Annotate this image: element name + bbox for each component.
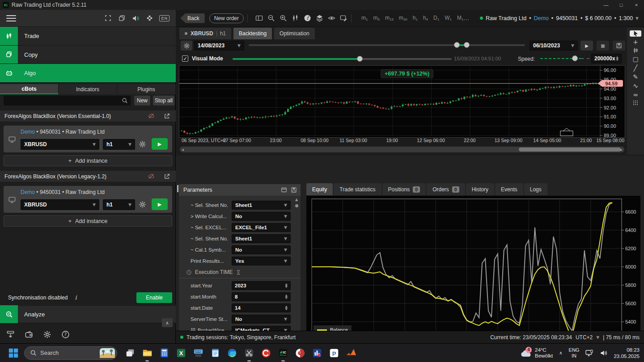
taskbar-app-excel[interactable]: X <box>173 344 190 362</box>
range-handle-end[interactable] <box>464 42 470 48</box>
chart-type-icon[interactable] <box>291 14 299 22</box>
wave-tool[interactable]: ∿ <box>630 82 641 89</box>
more-timeframes-button[interactable]: … <box>463 15 470 21</box>
timeframe-select[interactable]: h1▼ <box>103 139 135 150</box>
cloud-off-icon[interactable] <box>148 113 155 119</box>
timeframe-D1[interactable]: D1 <box>433 15 439 21</box>
stop-backtest-button[interactable]: ■ <box>597 41 609 51</box>
chart-layout-icon[interactable] <box>255 14 263 22</box>
parameter-spin[interactable]: 8▲▼ <box>232 292 291 301</box>
taskbar-app-file-explorer[interactable] <box>139 344 156 362</box>
visual-progress-slider[interactable] <box>233 58 452 60</box>
gear-icon[interactable] <box>139 140 146 148</box>
menu-icon[interactable] <box>6 15 16 21</box>
taskbar-app-snipping-tool[interactable] <box>241 344 258 362</box>
start-button[interactable] <box>7 347 20 359</box>
settings-icon[interactable] <box>43 330 51 339</box>
speed-handle[interactable] <box>572 55 578 61</box>
taskbar-app-edge[interactable] <box>224 344 241 362</box>
trend-line-tool[interactable]: ╱ <box>630 64 641 72</box>
gear-icon[interactable] <box>139 201 146 208</box>
detach-panel-icon[interactable] <box>281 187 287 193</box>
layers-icon[interactable] <box>315 14 323 22</box>
fx-icon[interactable]: f <box>303 14 311 22</box>
taskbar-app-calculator[interactable] <box>156 344 173 362</box>
taskbar-app-notepad[interactable] <box>207 344 224 362</box>
detach-window-icon[interactable] <box>118 14 126 22</box>
tab-history[interactable]: History <box>466 183 494 195</box>
sidebar-item-algo[interactable]: Algo <box>0 64 176 83</box>
tab-logs[interactable]: Logs <box>524 183 547 195</box>
parameters-scrollbar[interactable]: ▲ <box>294 198 299 349</box>
eye-icon[interactable] <box>327 14 335 22</box>
cbot-search-input[interactable] <box>4 96 131 105</box>
pointer-tool[interactable] <box>630 30 641 37</box>
start-cbot-button[interactable]: ▶ <box>152 198 168 210</box>
tab-trade-statistics[interactable]: Trade statistics <box>334 183 381 195</box>
pen-tool[interactable]: ✎ <box>630 73 641 80</box>
parameter-select[interactable]: Yes▼ <box>232 257 291 265</box>
tab-plugins[interactable]: Plugins <box>117 84 176 94</box>
parameter-select[interactable]: EXCEL_File1▼ <box>232 223 291 232</box>
parameter-select[interactable]: No▼ <box>232 212 291 221</box>
tab-optimisation[interactable]: Optimisation <box>274 28 315 39</box>
add-instance-button[interactable]: +Add instance <box>4 155 172 166</box>
parameter-select[interactable]: No▼ <box>232 245 291 254</box>
clock-widget[interactable]: 08:2323.05.2025 <box>614 347 640 359</box>
search-highlight-image[interactable] <box>100 348 115 358</box>
taskbar-app-matlab[interactable] <box>343 344 360 362</box>
shape-tool[interactable]: ▢ <box>630 55 641 63</box>
tab-events[interactable]: Events <box>495 183 523 195</box>
speed-spinner[interactable]: 200000x ▲▼ <box>591 54 622 63</box>
taskbar-app-icmarkets[interactable]: ICMarkets <box>275 344 292 362</box>
zoom-in-icon[interactable] <box>279 14 287 22</box>
deposit-icon[interactable] <box>6 330 15 339</box>
chart-settings-icon[interactable] <box>339 14 347 22</box>
symbol-select[interactable]: XBRUSD▼ <box>21 139 99 150</box>
plugins-icon[interactable] <box>145 14 153 22</box>
help-icon[interactable]: ? <box>61 330 70 339</box>
backtest-settings-button[interactable] <box>181 41 192 51</box>
tray-chevron-up-icon[interactable]: ∧ <box>559 350 562 355</box>
parameter-select[interactable]: No▼ <box>232 315 291 324</box>
chevron-down-icon[interactable]: ▼ <box>596 335 599 340</box>
candle-tool[interactable] <box>630 47 641 54</box>
timeframe-m15[interactable]: m15 <box>385 15 394 21</box>
tab-equity[interactable]: Equity <box>306 183 333 195</box>
timeframe-select[interactable]: h1▼ <box>103 199 135 210</box>
timezone-label[interactable]: UTC+2 <box>576 334 593 341</box>
cloud-off-icon[interactable] <box>148 173 155 180</box>
account-selector[interactable]: Raw Trading Ltd • Demo • 9450031 • $ 6 0… <box>480 15 644 21</box>
volume-icon[interactable] <box>600 349 607 357</box>
parameter-select[interactable]: Sheet1▼ <box>232 234 291 243</box>
share-icon[interactable] <box>164 113 170 119</box>
timeframe-W1[interactable]: W1 <box>445 15 452 21</box>
start-date-select[interactable]: 14/08/2023▼ <box>194 41 244 51</box>
fullscreen-icon[interactable] <box>104 14 112 22</box>
zoom-out-icon[interactable] <box>267 14 275 22</box>
add-instance-button[interactable]: +Add instance <box>4 215 172 227</box>
visual-progress-handle[interactable] <box>357 56 363 62</box>
sidebar-item-trade[interactable]: Trade <box>0 27 176 46</box>
channel-tool[interactable]: ≈ <box>630 91 641 98</box>
tab-indicators[interactable]: Indicators <box>59 84 117 94</box>
taskbar-app-stats-app[interactable] <box>309 344 326 362</box>
share-icon[interactable] <box>164 173 170 180</box>
start-cbot-button[interactable]: ▶ <box>152 138 168 150</box>
sidebar-item-analyze[interactable]: Analyze <box>0 305 176 323</box>
tab-backtesting[interactable]: Backtesting <box>233 28 272 39</box>
taskbar-app-keyboard[interactable] <box>190 344 207 362</box>
info-icon[interactable]: i <box>75 294 76 301</box>
chart-horizontal-scrollbar[interactable]: ◂ ▸ <box>180 147 624 152</box>
crosshair-tool[interactable]: + <box>630 38 641 46</box>
parameter-select[interactable]: Sheet1▼ <box>232 201 291 210</box>
save-backtest-button[interactable] <box>613 41 625 51</box>
timeframe-m30[interactable]: m30 <box>399 15 407 21</box>
taskbar-app-task-view[interactable] <box>122 344 139 362</box>
new-cbot-button[interactable]: New <box>134 96 150 105</box>
stop-all-button[interactable]: Stop all <box>153 96 174 105</box>
taskbar-app-ctrader[interactable] <box>258 344 275 362</box>
tab-orders[interactable]: Orders0 <box>427 183 465 195</box>
scrollbar-thumb[interactable] <box>519 147 621 152</box>
tab-chart-xbrusd[interactable]: XBRUSD h1 <box>179 28 231 39</box>
